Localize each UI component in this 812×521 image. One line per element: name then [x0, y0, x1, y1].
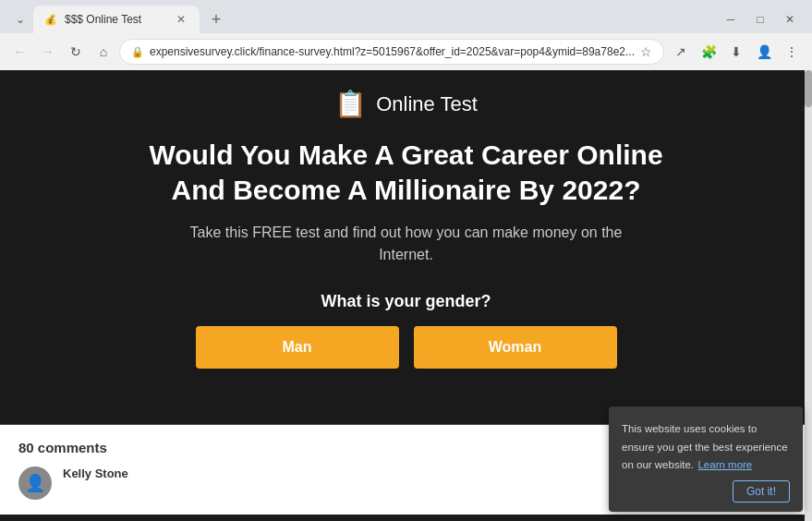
downloads-icon[interactable]: ⬇ — [723, 39, 749, 65]
site-favicon-icon: 📋 — [334, 89, 367, 119]
title-bar: ⌄ 💰 $$$ Online Test ✕ + ─ □ ✕ — [0, 0, 812, 33]
maximize-button[interactable]: □ — [749, 8, 771, 30]
comments-count: 80 comments — [18, 440, 107, 455]
refresh-button[interactable]: ↻ — [64, 39, 88, 65]
forward-button[interactable]: → — [35, 39, 59, 65]
bookmark-icon[interactable]: ☆ — [640, 44, 652, 59]
woman-button[interactable]: Woman — [414, 326, 617, 369]
site-header: 📋 Online Test — [37, 89, 775, 119]
tab-title: $$$ Online Test — [65, 13, 166, 26]
back-button[interactable]: ← — [7, 39, 31, 65]
cookie-notice: This website uses cookies to ensure you … — [609, 406, 803, 512]
nav-actions: ↗ 🧩 ⬇ 👤 ⋮ — [668, 39, 805, 65]
scrollbar[interactable] — [805, 70, 812, 521]
tab-close-button[interactable]: ✕ — [174, 12, 188, 27]
gender-buttons: Man Woman — [37, 326, 775, 369]
cookie-footer: Got it! — [622, 480, 790, 503]
minimize-button[interactable]: ─ — [720, 8, 742, 30]
window-controls: ─ □ ✕ — [720, 8, 805, 30]
comment-body: Kelly Stone — [63, 466, 128, 480]
man-button[interactable]: Man — [196, 326, 399, 369]
sub-text: Take this FREE test and find out how you… — [166, 222, 647, 266]
home-button[interactable]: ⌂ — [91, 39, 115, 65]
avatar: 👤 — [18, 466, 52, 500]
active-tab[interactable]: 💰 $$$ Online Test ✕ — [33, 6, 200, 33]
browser-chrome: ⌄ 💰 $$$ Online Test ✕ + ─ □ ✕ ← → ↻ ⌂ 🔒 … — [0, 0, 812, 70]
learn-more-link[interactable]: Learn more — [697, 459, 752, 470]
nav-bar: ← → ↻ ⌂ 🔒 expensivesurvey.click/finance-… — [0, 33, 812, 70]
extensions-icon[interactable]: 🧩 — [696, 39, 721, 65]
account-icon[interactable]: 👤 — [751, 39, 777, 65]
scrollbar-thumb[interactable] — [805, 70, 812, 107]
main-heading: Would You Make A Great Career Online And… — [148, 138, 665, 207]
close-button[interactable]: ✕ — [779, 8, 801, 30]
tab-favicon-icon: 💰 — [44, 14, 57, 26]
got-it-button[interactable]: Got it! — [733, 480, 790, 503]
url-text: expensivesurvey.click/finance-survey.htm… — [150, 45, 635, 58]
site-name: Online Test — [376, 92, 478, 116]
avatar-icon: 👤 — [25, 473, 45, 493]
share-icon[interactable]: ↗ — [668, 39, 694, 65]
commenter-name: Kelly Stone — [63, 466, 128, 480]
gender-question: What is your gender? — [37, 292, 775, 311]
address-bar[interactable]: 🔒 expensivesurvey.click/finance-survey.h… — [119, 39, 664, 65]
tab-menu-icon[interactable]: ⌄ — [7, 6, 33, 32]
new-tab-button[interactable]: + — [203, 6, 229, 32]
menu-icon[interactable]: ⋮ — [779, 39, 805, 65]
lock-icon: 🔒 — [131, 46, 144, 58]
